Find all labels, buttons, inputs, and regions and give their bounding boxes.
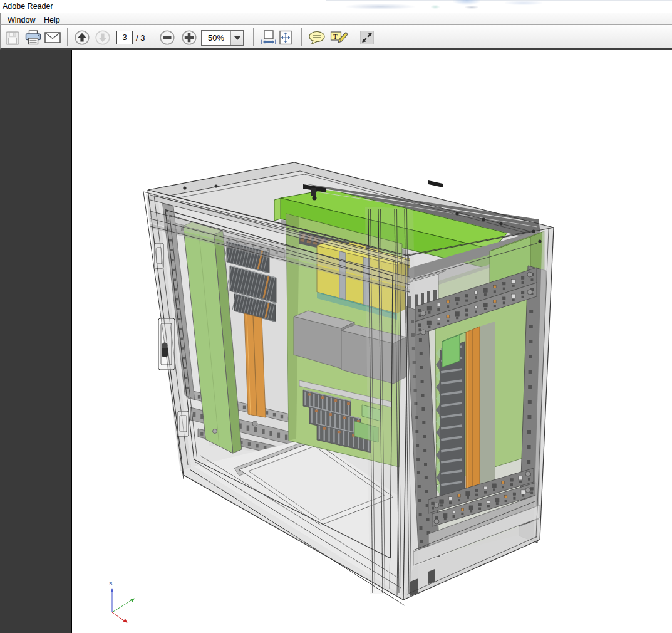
svg-text:S: S [109,581,112,587]
